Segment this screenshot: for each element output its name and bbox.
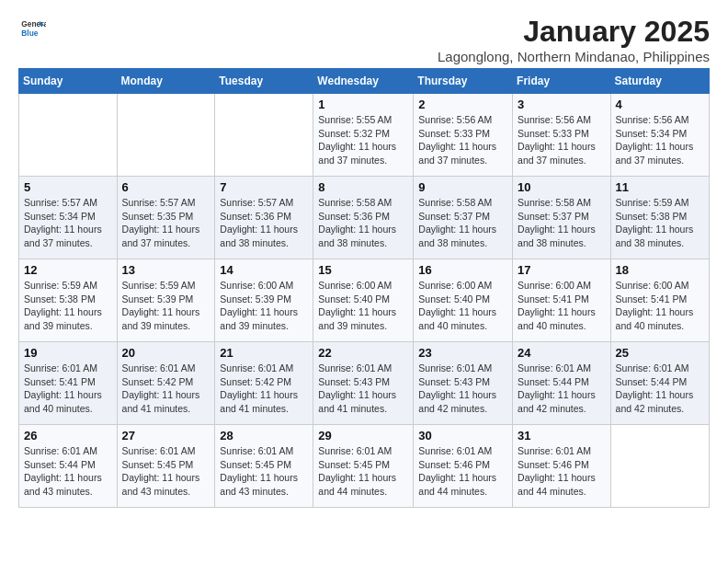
day-info: Sunrise: 6:01 AMSunset: 5:45 PMDaylight:… — [220, 444, 308, 499]
table-row: 27Sunrise: 6:01 AMSunset: 5:45 PMDayligh… — [117, 425, 215, 508]
table-row: 26Sunrise: 6:01 AMSunset: 5:44 PMDayligh… — [19, 425, 118, 508]
day-number: 9 — [418, 180, 507, 194]
table-row: 4Sunrise: 5:56 AMSunset: 5:34 PMDaylight… — [610, 94, 709, 177]
logo-icon: General Blue — [18, 15, 46, 42]
table-row: 31Sunrise: 6:01 AMSunset: 5:46 PMDayligh… — [513, 425, 611, 508]
table-row: 10Sunrise: 5:58 AMSunset: 5:37 PMDayligh… — [513, 177, 611, 259]
table-row — [215, 94, 313, 177]
title-block: January 2025 Lagonglong, Northern Mindan… — [438, 15, 710, 64]
calendar-week-row: 12Sunrise: 5:59 AMSunset: 5:38 PMDayligh… — [19, 259, 710, 342]
table-row: 22Sunrise: 6:01 AMSunset: 5:43 PMDayligh… — [313, 342, 414, 425]
table-row: 24Sunrise: 6:01 AMSunset: 5:44 PMDayligh… — [513, 342, 611, 425]
table-row: 20Sunrise: 6:01 AMSunset: 5:42 PMDayligh… — [117, 342, 215, 425]
day-info: Sunrise: 6:01 AMSunset: 5:44 PMDaylight:… — [518, 362, 606, 416]
table-row: 3Sunrise: 5:56 AMSunset: 5:33 PMDaylight… — [513, 94, 611, 177]
day-number: 23 — [418, 346, 507, 360]
table-row: 9Sunrise: 5:58 AMSunset: 5:37 PMDaylight… — [414, 177, 513, 259]
day-info: Sunrise: 6:01 AMSunset: 5:46 PMDaylight:… — [418, 444, 507, 499]
calendar-table: Sunday Monday Tuesday Wednesday Thursday… — [18, 68, 710, 508]
day-number: 12 — [24, 263, 112, 277]
day-number: 5 — [24, 180, 112, 194]
logo: General Blue — [18, 15, 46, 42]
day-number: 20 — [122, 346, 210, 360]
day-number: 8 — [318, 180, 408, 194]
table-row: 28Sunrise: 6:01 AMSunset: 5:45 PMDayligh… — [215, 425, 313, 508]
day-number: 22 — [318, 346, 408, 360]
day-info: Sunrise: 6:01 AMSunset: 5:46 PMDaylight:… — [518, 444, 606, 499]
day-number: 15 — [318, 263, 408, 277]
col-saturday: Saturday — [610, 69, 709, 94]
day-number: 30 — [418, 429, 507, 442]
col-tuesday: Tuesday — [215, 69, 313, 94]
table-row: 21Sunrise: 6:01 AMSunset: 5:42 PMDayligh… — [215, 342, 313, 425]
day-info: Sunrise: 5:58 AMSunset: 5:37 PMDaylight:… — [518, 196, 606, 250]
table-row: 7Sunrise: 5:57 AMSunset: 5:36 PMDaylight… — [215, 177, 313, 259]
day-number: 4 — [616, 98, 704, 111]
subtitle: Lagonglong, Northern Mindanao, Philippin… — [438, 49, 710, 64]
calendar-week-row: 1Sunrise: 5:55 AMSunset: 5:32 PMDaylight… — [19, 94, 710, 177]
day-info: Sunrise: 5:56 AMSunset: 5:33 PMDaylight:… — [518, 113, 606, 167]
table-row — [117, 94, 215, 177]
svg-text:Blue: Blue — [21, 29, 38, 38]
table-row: 12Sunrise: 5:59 AMSunset: 5:38 PMDayligh… — [19, 259, 118, 342]
table-row: 1Sunrise: 5:55 AMSunset: 5:32 PMDaylight… — [313, 94, 414, 177]
day-info: Sunrise: 5:56 AMSunset: 5:33 PMDaylight:… — [418, 113, 507, 167]
table-row: 18Sunrise: 6:00 AMSunset: 5:41 PMDayligh… — [610, 259, 709, 342]
table-row: 13Sunrise: 5:59 AMSunset: 5:39 PMDayligh… — [117, 259, 215, 342]
day-info: Sunrise: 6:01 AMSunset: 5:45 PMDaylight:… — [122, 444, 210, 499]
day-info: Sunrise: 6:00 AMSunset: 5:41 PMDaylight:… — [616, 279, 704, 333]
day-number: 25 — [616, 346, 704, 360]
table-row — [19, 94, 118, 177]
day-number: 10 — [518, 180, 606, 194]
day-number: 13 — [122, 263, 210, 277]
calendar-week-row: 5Sunrise: 5:57 AMSunset: 5:34 PMDaylight… — [19, 177, 710, 259]
day-info: Sunrise: 6:00 AMSunset: 5:40 PMDaylight:… — [418, 279, 507, 333]
day-number: 7 — [220, 180, 308, 194]
day-info: Sunrise: 5:58 AMSunset: 5:37 PMDaylight:… — [418, 196, 507, 250]
table-row: 17Sunrise: 6:00 AMSunset: 5:41 PMDayligh… — [513, 259, 611, 342]
day-info: Sunrise: 5:59 AMSunset: 5:39 PMDaylight:… — [122, 279, 210, 333]
day-number: 14 — [220, 263, 308, 277]
col-friday: Friday — [513, 69, 611, 94]
day-info: Sunrise: 6:01 AMSunset: 5:42 PMDaylight:… — [220, 362, 308, 416]
col-thursday: Thursday — [414, 69, 513, 94]
day-number: 3 — [518, 98, 606, 111]
calendar-header-row: Sunday Monday Tuesday Wednesday Thursday… — [19, 69, 710, 94]
day-info: Sunrise: 5:57 AMSunset: 5:35 PMDaylight:… — [122, 196, 210, 250]
table-row: 8Sunrise: 5:58 AMSunset: 5:36 PMDaylight… — [313, 177, 414, 259]
day-info: Sunrise: 6:01 AMSunset: 5:43 PMDaylight:… — [418, 362, 507, 416]
day-number: 18 — [616, 263, 704, 277]
table-row: 14Sunrise: 6:00 AMSunset: 5:39 PMDayligh… — [215, 259, 313, 342]
col-wednesday: Wednesday — [313, 69, 414, 94]
table-row: 29Sunrise: 6:01 AMSunset: 5:45 PMDayligh… — [313, 425, 414, 508]
day-info: Sunrise: 5:56 AMSunset: 5:34 PMDaylight:… — [616, 113, 704, 167]
day-info: Sunrise: 6:00 AMSunset: 5:39 PMDaylight:… — [220, 279, 308, 333]
col-monday: Monday — [117, 69, 215, 94]
day-info: Sunrise: 5:57 AMSunset: 5:34 PMDaylight:… — [24, 196, 112, 250]
table-row: 2Sunrise: 5:56 AMSunset: 5:33 PMDaylight… — [414, 94, 513, 177]
day-info: Sunrise: 6:01 AMSunset: 5:42 PMDaylight:… — [122, 362, 210, 416]
day-info: Sunrise: 5:59 AMSunset: 5:38 PMDaylight:… — [24, 279, 112, 333]
day-number: 19 — [24, 346, 112, 360]
calendar-week-row: 26Sunrise: 6:01 AMSunset: 5:44 PMDayligh… — [19, 425, 710, 508]
day-number: 11 — [616, 180, 704, 194]
day-number: 27 — [122, 429, 210, 442]
table-row: 11Sunrise: 5:59 AMSunset: 5:38 PMDayligh… — [610, 177, 709, 259]
day-number: 26 — [24, 429, 112, 442]
page-container: General Blue January 2025 Lagonglong, No… — [0, 0, 728, 523]
table-row — [610, 425, 709, 508]
table-row: 5Sunrise: 5:57 AMSunset: 5:34 PMDaylight… — [19, 177, 118, 259]
day-number: 28 — [220, 429, 308, 442]
day-number: 29 — [318, 429, 408, 442]
table-row: 15Sunrise: 6:00 AMSunset: 5:40 PMDayligh… — [313, 259, 414, 342]
day-info: Sunrise: 6:01 AMSunset: 5:41 PMDaylight:… — [24, 362, 112, 416]
table-row: 19Sunrise: 6:01 AMSunset: 5:41 PMDayligh… — [19, 342, 118, 425]
main-title: January 2025 — [438, 15, 710, 49]
day-info: Sunrise: 5:58 AMSunset: 5:36 PMDaylight:… — [318, 196, 408, 250]
table-row: 16Sunrise: 6:00 AMSunset: 5:40 PMDayligh… — [414, 259, 513, 342]
col-sunday: Sunday — [19, 69, 118, 94]
table-row: 23Sunrise: 6:01 AMSunset: 5:43 PMDayligh… — [414, 342, 513, 425]
day-info: Sunrise: 5:55 AMSunset: 5:32 PMDaylight:… — [318, 113, 408, 167]
day-info: Sunrise: 6:01 AMSunset: 5:44 PMDaylight:… — [616, 362, 704, 416]
day-number: 16 — [418, 263, 507, 277]
